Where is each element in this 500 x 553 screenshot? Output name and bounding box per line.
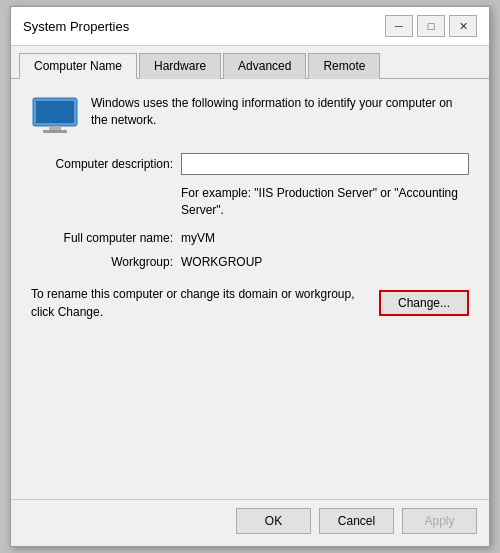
full-computer-name-label: Full computer name:: [31, 231, 181, 245]
svg-rect-2: [49, 126, 61, 130]
workgroup-row: Workgroup: WORKGROUP: [31, 255, 469, 269]
workgroup-label: Workgroup:: [31, 255, 181, 269]
title-bar-controls: ─ □ ✕: [385, 15, 477, 37]
workgroup-value: WORKGROUP: [181, 255, 262, 269]
computer-description-row: Computer description:: [31, 153, 469, 175]
system-properties-window: System Properties ─ □ ✕ Computer Name Ha…: [10, 6, 490, 547]
svg-rect-3: [43, 130, 67, 133]
rename-text: To rename this computer or change its do…: [31, 285, 369, 321]
window-title: System Properties: [23, 19, 129, 34]
full-computer-name-row: Full computer name: myVM: [31, 231, 469, 245]
computer-icon: [31, 97, 79, 137]
tab-hardware[interactable]: Hardware: [139, 53, 221, 79]
computer-description-input[interactable]: [181, 153, 469, 175]
minimize-button[interactable]: ─: [385, 15, 413, 37]
footer: OK Cancel Apply: [11, 499, 489, 546]
info-description: Windows uses the following information t…: [91, 95, 469, 129]
svg-rect-1: [36, 101, 74, 123]
rename-section: To rename this computer or change its do…: [31, 285, 469, 321]
cancel-button[interactable]: Cancel: [319, 508, 394, 534]
computer-description-label: Computer description:: [31, 157, 181, 171]
tab-remote[interactable]: Remote: [308, 53, 380, 79]
close-button[interactable]: ✕: [449, 15, 477, 37]
ok-button[interactable]: OK: [236, 508, 311, 534]
tab-content: Windows uses the following information t…: [11, 79, 489, 499]
full-computer-name-value: myVM: [181, 231, 215, 245]
tab-computer-name[interactable]: Computer Name: [19, 53, 137, 79]
info-section: Windows uses the following information t…: [31, 95, 469, 137]
apply-button[interactable]: Apply: [402, 508, 477, 534]
maximize-button[interactable]: □: [417, 15, 445, 37]
tab-bar: Computer Name Hardware Advanced Remote: [11, 46, 489, 79]
tab-advanced[interactable]: Advanced: [223, 53, 306, 79]
change-button[interactable]: Change...: [379, 290, 469, 316]
title-bar: System Properties ─ □ ✕: [11, 7, 489, 46]
example-text: For example: "IIS Production Server" or …: [181, 185, 469, 219]
